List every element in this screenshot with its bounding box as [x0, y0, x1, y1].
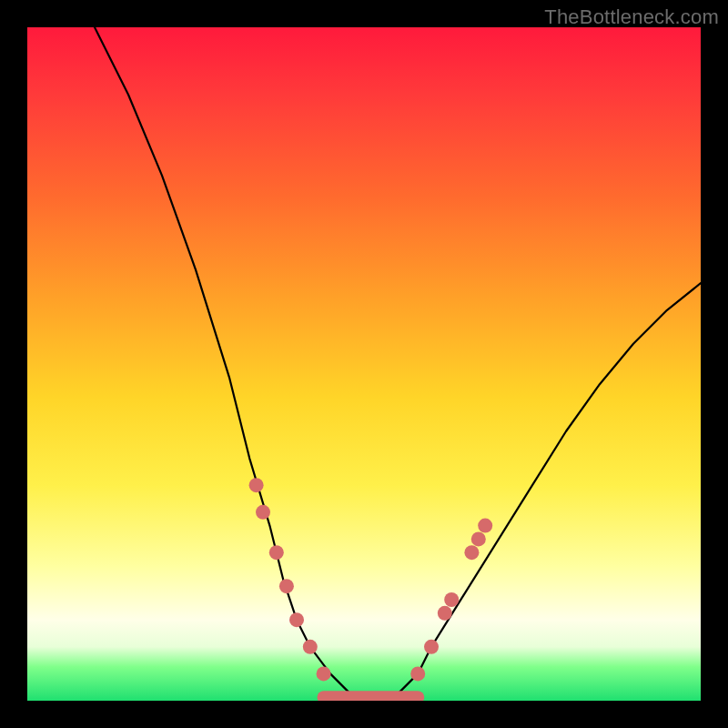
plot-area: [27, 27, 701, 701]
highlight-dot: [478, 519, 492, 533]
watermark-text: TheBottleneck.com: [544, 5, 719, 29]
highlight-dot: [444, 592, 459, 607]
bottleneck-curve-path: [95, 27, 701, 701]
highlight-dot: [279, 579, 294, 593]
chart-frame: TheBottleneck.com: [0, 0, 728, 728]
highlight-dot: [269, 545, 284, 560]
highlight-dot: [424, 640, 439, 654]
highlight-dot: [317, 666, 331, 681]
highlight-dot: [256, 505, 270, 520]
highlight-dots-group: [249, 478, 493, 681]
highlight-dot: [464, 545, 479, 560]
highlight-dot: [438, 606, 452, 621]
highlight-dot: [303, 640, 318, 654]
highlight-dot: [410, 666, 425, 681]
highlight-dot: [471, 531, 486, 546]
highlight-dot: [289, 612, 304, 627]
highlight-dot: [249, 478, 264, 492]
curve-svg: [27, 27, 701, 701]
